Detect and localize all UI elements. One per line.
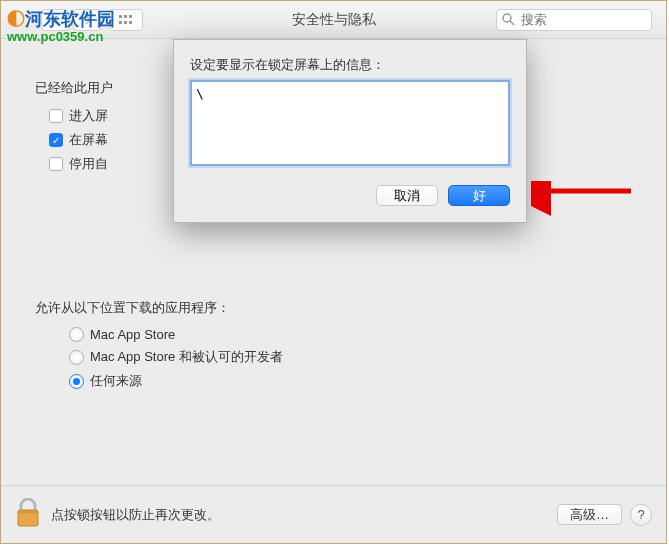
allow-apps-radio-group: Mac App Store Mac App Store 和被认可的开发者 任何来… [69,327,632,390]
lock-message-dialog: 设定要显示在锁定屏幕上的信息： 取消 好 [173,39,527,223]
lock-icon[interactable] [15,498,41,531]
lock-message-textarea[interactable] [190,80,510,166]
search-input[interactable] [496,9,652,31]
radio-label: 任何来源 [90,372,142,390]
svg-rect-5 [129,21,132,24]
advanced-button[interactable]: 高级… [557,504,622,525]
search-field-wrap [496,9,652,31]
svg-rect-2 [129,15,132,18]
ok-button[interactable]: 好 [448,185,510,206]
checkbox-icon [49,109,63,123]
svg-rect-1 [124,15,127,18]
footer: 点按锁按钮以防止再次更改。 高级… ? [1,485,666,543]
svg-rect-0 [119,15,122,18]
require-password-label: 进入屏 [69,107,108,125]
svg-rect-4 [124,21,127,24]
radio-identified-developers[interactable]: Mac App Store 和被认可的开发者 [69,348,632,366]
radio-icon [69,327,84,342]
forward-button[interactable] [73,9,101,31]
dialog-label: 设定要显示在锁定屏幕上的信息： [190,56,510,74]
chevron-right-icon [83,15,92,25]
radio-icon [69,350,84,365]
preferences-window: 安全性与隐私 已经给此用户 进入屏 在屏幕 停用自 允许从以下位置下载的应用程序… [0,0,667,544]
svg-rect-3 [119,21,122,24]
disable-auto-login-label: 停用自 [69,155,108,173]
titlebar: 安全性与隐私 [1,1,666,39]
svg-rect-9 [18,510,38,513]
show-all-button[interactable] [109,9,143,31]
radio-label: Mac App Store 和被认可的开发者 [90,348,283,366]
chevron-left-icon [51,15,60,25]
checkbox-icon [49,133,63,147]
radio-mac-app-store[interactable]: Mac App Store [69,327,632,342]
radio-icon [69,374,84,389]
lock-hint-text: 点按锁按钮以防止再次更改。 [51,506,220,524]
help-button[interactable]: ? [630,504,652,526]
svg-line-7 [510,21,514,25]
show-message-label: 在屏幕 [69,131,108,149]
radio-anywhere[interactable]: 任何来源 [69,372,632,390]
search-icon [502,13,515,26]
checkbox-icon [49,157,63,171]
nav-buttons [41,9,143,31]
radio-label: Mac App Store [90,327,175,342]
cancel-button[interactable]: 取消 [376,185,438,206]
allow-apps-section: 允许从以下位置下载的应用程序： Mac App Store Mac App St… [35,299,632,390]
back-button[interactable] [41,9,69,31]
grid-icon [118,14,134,26]
svg-point-6 [503,14,511,22]
allow-apps-label: 允许从以下位置下载的应用程序： [35,299,632,317]
